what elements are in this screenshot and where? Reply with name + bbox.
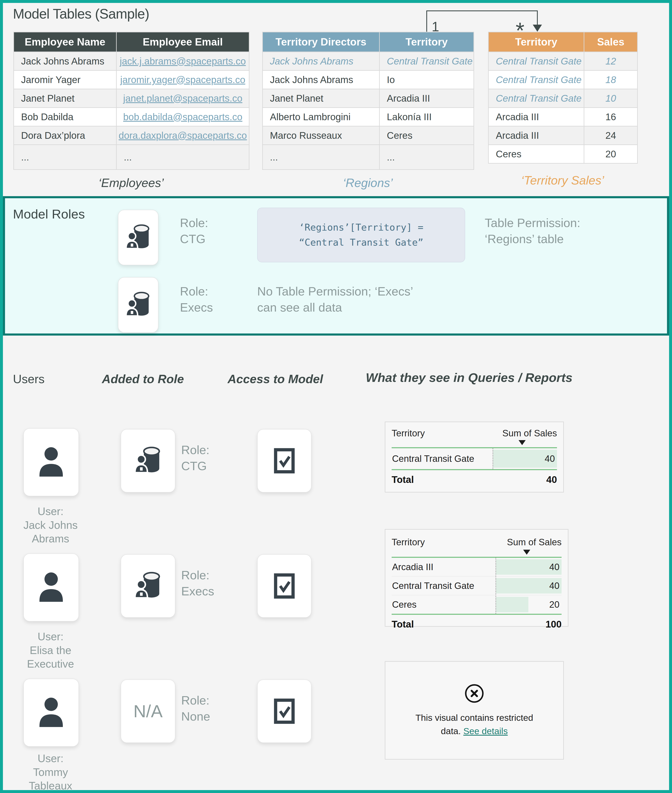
user-avatar-card	[23, 553, 79, 622]
role-execs-label: Role: Execs	[180, 283, 213, 315]
territory-name: Io	[379, 70, 474, 89]
role-label-tommy: Role: None	[181, 692, 210, 724]
territory-name: Ceres	[488, 145, 584, 163]
email-link[interactable]: jaromir.yager@spaceparts.co	[120, 74, 245, 85]
total-label: Total	[392, 474, 414, 485]
director-name: Jack Johns Abrams	[262, 52, 379, 70]
user-avatar-card	[23, 679, 79, 747]
relationship-arrow-icon	[533, 25, 542, 32]
relationship-one-label: 1	[432, 20, 439, 34]
territory-name: Ceres	[379, 126, 474, 145]
regions-table-caption: ‘Regions’	[262, 176, 474, 190]
territory-sales-table-caption: ‘Territory Sales’	[488, 173, 637, 187]
report-value: 40	[545, 454, 555, 464]
sales-value: 24	[584, 126, 638, 145]
report-territory: Ceres	[392, 600, 416, 610]
dax-filter-box: ‘Regions’[Territory] = “Central Transit …	[257, 208, 465, 262]
error-circle-x-icon	[464, 683, 485, 704]
employee-email: bob.dabilda@spaceparts.co	[117, 108, 249, 126]
report-col-territory: Territory	[392, 537, 425, 547]
checkbox-checked-icon	[273, 572, 296, 600]
role-database-icon	[125, 224, 152, 251]
report-column-divider	[495, 558, 496, 614]
user-icon	[34, 569, 68, 606]
report-row: Central Transit Gate 40	[392, 448, 557, 469]
note-line: can see all data	[257, 299, 413, 315]
table-row: ... ...	[262, 145, 474, 169]
report-territory: Arcadia III	[392, 562, 434, 572]
email-link[interactable]: dora.daxplora@spaceparts.co	[118, 130, 247, 141]
ellipsis-cell: ...	[14, 145, 117, 169]
total-label: Total	[392, 619, 414, 630]
role-label-jack: Role: CTG	[181, 442, 210, 474]
restricted-visual-tommy: This visual contains restricted data. Se…	[385, 661, 564, 759]
dax-expression-line1: ‘Regions’[Territory] =	[299, 220, 423, 235]
ellipsis-cell: ...	[117, 145, 249, 169]
table-row: Marco Russeaux Ceres	[262, 126, 474, 145]
column-header-access-to-model: Access to Model	[227, 372, 323, 386]
employee-email: jack.j.abrams@spaceparts.co	[117, 52, 249, 70]
territory-name: Central Transit Gate	[488, 52, 584, 70]
model-roles-band: Model Roles Role: CTG ‘Regions’[Territor…	[3, 196, 669, 336]
regions-header-territory: Territory	[379, 32, 474, 52]
table-row: Arcadia III 24	[488, 126, 638, 145]
table-row: Janet Planet janet.planet@spaceparts.co	[14, 89, 249, 108]
user-label-tommy: User: Tommy Tableaux	[7, 752, 94, 793]
relationship-line-left	[426, 10, 427, 32]
email-link[interactable]: bob.dabilda@spaceparts.co	[123, 112, 242, 122]
director-name: Janet Planet	[262, 89, 379, 108]
na-label: N/A	[133, 701, 163, 721]
dax-expression-line2: “Central Transit Gate”	[299, 235, 423, 250]
table-row: Alberto Lambrogini Lakonía III	[262, 108, 474, 126]
section-title-model-roles: Model Roles	[13, 206, 85, 221]
employee-email: janet.planet@spaceparts.co	[117, 89, 249, 108]
table-row-highlighted: Jack Johns Abrams Central Transit Gate	[262, 52, 474, 70]
table-row: Arcadia III 16	[488, 108, 638, 126]
report-territory: Central Transit Gate	[392, 454, 474, 464]
report-value: 40	[549, 580, 560, 591]
table-permission-note: Table Permission: ‘Regions’ table	[485, 215, 580, 247]
sales-value: 20	[584, 145, 638, 163]
report-value: 20	[549, 600, 560, 610]
sort-descending-icon[interactable]	[518, 440, 526, 445]
restricted-message: This visual contains restricted data. Se…	[410, 711, 539, 738]
column-header-what-they-see: What they see in Queries / Reports	[366, 371, 573, 385]
report-column-divider	[493, 448, 493, 469]
employee-email: jaromir.yager@spaceparts.co	[117, 70, 249, 89]
report-visual-elisa: Territory Sum of Sales Arcadia III 40 Ce…	[385, 529, 568, 627]
sales-header-sales: Sales	[584, 32, 638, 52]
employees-table-caption: ‘Employees’	[13, 176, 249, 190]
relationship-line-horizontal	[426, 10, 538, 11]
section-title-model-tables: Model Tables (Sample)	[13, 6, 149, 22]
role-database-icon	[125, 291, 152, 319]
access-card-elisa	[257, 554, 312, 618]
employee-name: Janet Planet	[14, 89, 117, 108]
sort-descending-icon[interactable]	[523, 550, 530, 555]
email-link[interactable]: janet.planet@spaceparts.co	[123, 93, 242, 104]
role-label-elisa: Role: Execs	[181, 567, 214, 599]
user-label-jack: User: Jack Johns Abrams	[7, 505, 94, 546]
total-value: 100	[546, 619, 562, 630]
role-name: CTG	[180, 231, 208, 247]
report-territory: Central Transit Gate	[392, 580, 474, 591]
regions-header-directors: Territory Directors	[262, 32, 379, 52]
checkbox-checked-icon	[273, 697, 296, 725]
see-details-link[interactable]: See details	[463, 726, 508, 736]
report-total-row: Total 40	[392, 470, 557, 489]
table-row-highlighted: Central Transit Gate 10	[488, 89, 638, 108]
table-row: Dora Dax’plora dora.daxplora@spaceparts.…	[14, 126, 249, 145]
column-header-added-to-role: Added to Role	[102, 372, 184, 386]
ellipsis-cell: ...	[262, 145, 379, 169]
data-bar	[496, 597, 529, 612]
email-link[interactable]: jack.j.abrams@spaceparts.co	[120, 56, 246, 67]
table-row: Ceres 20	[488, 145, 638, 163]
territory-name: Arcadia III	[379, 89, 474, 108]
table-row-highlighted: Central Transit Gate 12	[488, 52, 638, 70]
role-prefix: Role:	[180, 283, 213, 299]
total-value: 40	[546, 474, 557, 485]
employee-email: dora.daxplora@spaceparts.co	[117, 126, 249, 145]
no-permission-note: No Table Permission; ‘Execs’ can see all…	[257, 283, 413, 315]
added-role-card-elisa	[121, 554, 175, 618]
report-col-sum-of-sales: Sum of Sales	[502, 428, 557, 438]
territory-name: Central Transit Gate	[488, 89, 584, 108]
